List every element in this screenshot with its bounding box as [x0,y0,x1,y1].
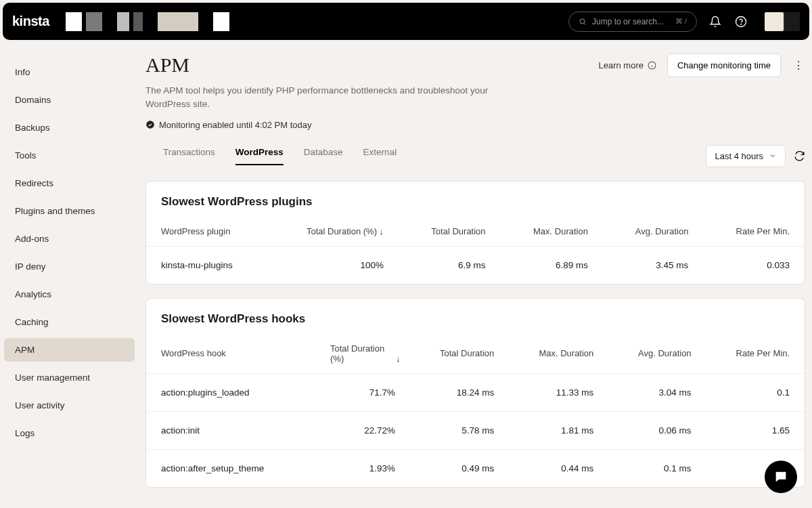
account-menu-handle[interactable] [784,12,800,31]
chevron-down-icon [769,152,777,160]
sidebar-item-user-activity[interactable]: User activity [4,394,135,417]
hooks-panel-title: Slowest WordPress hooks [146,299,805,337]
sidebar-item-redirects[interactable]: Redirects [4,171,135,195]
sidebar-item-apm[interactable]: APM [4,338,135,362]
refresh-button[interactable] [794,150,805,162]
slowest-hooks-panel: Slowest WordPress hooks WordPress hook T… [145,298,805,488]
col-rate-per-min[interactable]: Rate Per Min. [703,219,805,247]
table-row[interactable]: action:plugins_loaded 71.7% 18.24 ms 11.… [146,373,805,411]
col-plugin-name[interactable]: WordPress plugin [146,219,269,247]
slowest-plugins-panel: Slowest WordPress plugins WordPress plug… [145,181,805,284]
topnav-placeholder [66,12,229,31]
sidebar: Info Domains Backups Tools Redirects Plu… [0,40,139,508]
help-icon [735,16,747,28]
sidebar-item-info[interactable]: Info [4,60,135,84]
chat-icon [773,469,788,484]
time-range-select[interactable]: Last 4 hours [706,145,786,167]
search-icon [579,18,587,26]
table-row[interactable]: action:after_setup_theme 1.93% 0.49 ms 0… [146,449,805,487]
sidebar-item-logs[interactable]: Logs [4,421,135,445]
table-row[interactable]: action:init 22.72% 5.78 ms 1.81 ms 0.06 … [146,411,805,449]
page-title: APM [145,54,189,77]
change-monitoring-time-button[interactable]: Change monitoring time [667,54,781,77]
tab-transactions[interactable]: Transactions [163,147,215,165]
brand-logo[interactable]: kinsta [12,14,49,29]
search-shortcut: ⌘ / [675,17,687,26]
check-circle-icon [145,120,155,129]
main-content: APM Learn more Change monitoring time ⋮ … [139,40,805,508]
sidebar-item-user-management[interactable]: User management [4,366,135,389]
bell-icon [709,16,721,28]
learn-more-link[interactable]: Learn more [598,60,656,70]
sort-desc-icon: ↓ [396,354,401,364]
col-hook-name[interactable]: WordPress hook [146,337,315,374]
col-total-duration-pct[interactable]: Total Duration (%) ↓ [269,219,399,247]
sidebar-item-domains[interactable]: Domains [4,88,135,112]
svg-line-1 [584,23,585,24]
col-avg-duration[interactable]: Avg. Duration [603,219,703,247]
svg-point-0 [580,19,585,24]
apm-tabs: Transactions WordPress Database External [145,147,397,165]
svg-point-2 [736,16,746,26]
info-icon [648,61,656,70]
plugins-panel-title: Slowest WordPress plugins [146,182,805,219]
col-hook-total-duration[interactable]: Total Duration [410,337,509,374]
help-button[interactable] [734,14,748,29]
sidebar-item-plugins-themes[interactable]: Plugins and themes [4,199,135,223]
tab-database[interactable]: Database [304,147,343,165]
table-row[interactable]: kinsta-mu-plugins 100% 6.9 ms 6.89 ms 3.… [146,246,805,284]
sort-desc-icon: ↓ [380,226,384,236]
account-avatar[interactable] [765,12,784,31]
sidebar-item-tools[interactable]: Tools [4,144,135,167]
notifications-button[interactable] [708,14,723,29]
page-description: The APM tool helps you identify PHP perf… [145,84,511,112]
sidebar-item-analytics[interactable]: Analytics [4,282,135,306]
global-search[interactable]: Jump to or search... ⌘ / [568,12,697,32]
topbar: kinsta Jump to or search... ⌘ / [3,3,809,40]
sidebar-item-ip-deny[interactable]: IP deny [4,255,135,278]
col-total-duration[interactable]: Total Duration [399,219,500,247]
tab-external[interactable]: External [363,147,397,165]
sidebar-item-backups[interactable]: Backups [4,116,135,140]
page-overflow-menu[interactable]: ⋮ [792,59,805,72]
svg-point-3 [741,24,742,24]
col-hook-rate-per-min[interactable]: Rate Per Min. [706,337,805,374]
sidebar-item-caching[interactable]: Caching [4,310,135,334]
monitoring-status: Monitoring enabled until 4:02 PM today [145,120,805,130]
tab-wordpress[interactable]: WordPress [235,147,284,165]
hooks-table: WordPress hook Total Duration (%) ↓ Tota… [146,337,805,487]
plugin-name-cell: kinsta-mu-plugins [146,246,269,284]
sidebar-item-add-ons[interactable]: Add-ons [4,227,135,251]
col-hook-avg-duration[interactable]: Avg. Duration [608,337,706,374]
refresh-icon [794,150,805,162]
col-hook-total-pct[interactable]: Total Duration (%) ↓ [315,337,410,374]
plugins-table: WordPress plugin Total Duration (%) ↓ To… [146,219,805,284]
col-max-duration[interactable]: Max. Duration [501,219,603,247]
intercom-chat-button[interactable] [765,461,797,493]
col-hook-max-duration[interactable]: Max. Duration [509,337,608,374]
svg-point-7 [146,121,154,129]
search-placeholder: Jump to or search... [592,17,664,26]
